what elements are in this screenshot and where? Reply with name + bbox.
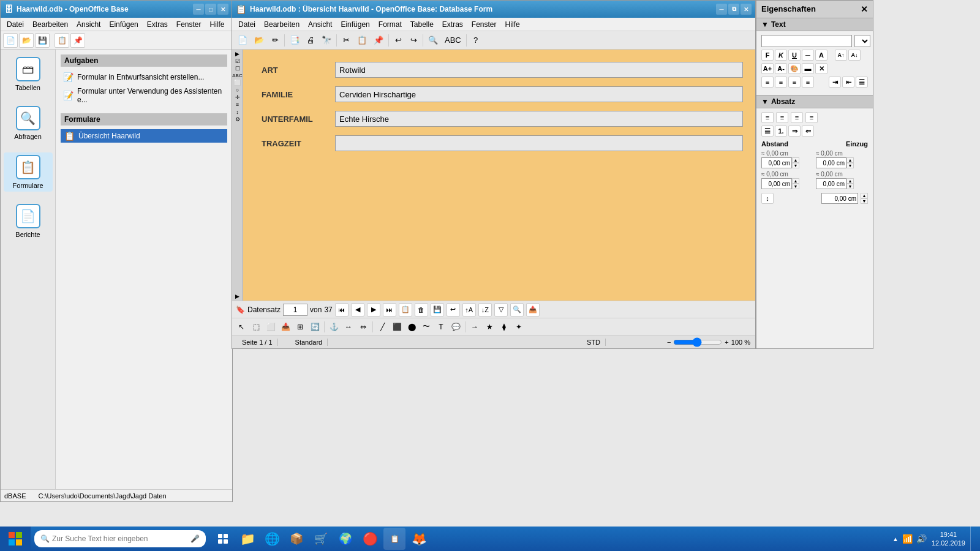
draw-tb-line[interactable]: ╱ xyxy=(375,320,389,334)
form-restore-btn[interactable]: ⧉ xyxy=(728,4,739,15)
nav-new-btn[interactable]: 📋 xyxy=(399,303,412,317)
absatz-align-right[interactable]: ≡ xyxy=(791,112,803,123)
show-desktop-btn[interactable] xyxy=(970,527,974,551)
search-input[interactable] xyxy=(52,534,190,543)
base-maximize-btn[interactable]: □ xyxy=(205,4,216,15)
draw-tb-callout[interactable]: 💬 xyxy=(449,320,462,334)
absatz-list-btn[interactable]: ☰ xyxy=(761,126,774,137)
draw-tb-insert[interactable]: 📥 xyxy=(279,320,292,334)
props-font-input[interactable] xyxy=(761,35,852,47)
draw-tb-align[interactable]: ↔ xyxy=(342,320,355,334)
spacing-above-up[interactable]: ▲ xyxy=(792,157,799,163)
draw-tb-table[interactable]: ⊞ xyxy=(293,320,307,334)
base-tb-new[interactable]: 📄 xyxy=(3,33,18,48)
familie-field[interactable] xyxy=(335,86,743,102)
taskview-btn[interactable] xyxy=(212,528,234,550)
base-menu-datei[interactable]: Datei xyxy=(3,19,28,30)
base-close-btn[interactable]: ✕ xyxy=(217,4,228,15)
draw-tb-rect[interactable]: ⬛ xyxy=(390,320,404,334)
einzug-right-dn[interactable]: ▼ xyxy=(846,184,854,189)
base-menu-ansicht[interactable]: Ansicht xyxy=(73,19,104,30)
zoom-minus-icon[interactable]: − xyxy=(667,339,671,346)
linespacing-dn[interactable]: ▼ xyxy=(861,198,868,204)
form-tb-print[interactable]: 🖨 xyxy=(303,33,318,48)
spacing-above-dn[interactable]: ▼ xyxy=(792,163,799,168)
draw-tb-text[interactable]: T xyxy=(434,320,448,334)
ruler-scroll-btn[interactable]: ↕ xyxy=(236,109,239,115)
ruler-gear-btn[interactable]: ⚙ xyxy=(235,116,240,122)
spacing-above-input[interactable] xyxy=(761,157,792,168)
spacing-below-input[interactable] xyxy=(761,178,792,189)
absatz-align-center[interactable]: ≡ xyxy=(776,112,788,123)
base-tb-save[interactable]: 💾 xyxy=(35,33,50,48)
fmt-clear-btn[interactable]: ✕ xyxy=(815,63,827,74)
ruler-arrow-btn[interactable]: ▶ xyxy=(235,51,239,57)
draw-tb-flow[interactable]: ⧫ xyxy=(497,320,511,334)
base-menu-hilfe[interactable]: Hilfe xyxy=(206,19,228,30)
base-tb-copy[interactable]: 📋 xyxy=(55,33,69,48)
art-field[interactable] xyxy=(335,62,743,78)
form-tb-preview[interactable]: 🔭 xyxy=(318,33,334,48)
systray-up-btn[interactable]: ▲ xyxy=(892,536,899,542)
taskbar-opera[interactable]: 🔴 xyxy=(359,528,381,550)
clock[interactable]: 19:41 12.02.2019 xyxy=(932,530,965,548)
nav-play-btn[interactable]: ▶ xyxy=(367,303,380,317)
align-list-btn[interactable]: ☰ xyxy=(856,77,868,88)
search-bar[interactable]: 🔍 🎤 xyxy=(34,530,206,547)
form-minimize-btn[interactable]: ─ xyxy=(716,4,727,15)
form-menu-datei[interactable]: Datei xyxy=(235,19,259,30)
linespacing-btn[interactable]: ↕ xyxy=(761,193,774,204)
base-menu-fenster[interactable]: Fenster xyxy=(173,19,205,30)
base-menu-einfuegen[interactable]: Einfügen xyxy=(105,19,141,30)
form-menu-format[interactable]: Format xyxy=(375,19,405,30)
fmt-letter-btn[interactable]: A xyxy=(815,50,827,61)
form-tb-help[interactable]: ? xyxy=(469,33,483,48)
base-menu-bearbeiten[interactable]: Bearbeiten xyxy=(29,19,72,30)
ruler-cross-btn[interactable]: ✛ xyxy=(235,94,240,100)
zoom-slider[interactable] xyxy=(673,337,722,347)
draw-tb-oval[interactable]: ⬤ xyxy=(405,320,418,334)
einzug-left-dn[interactable]: ▼ xyxy=(846,163,854,168)
taskbar-dropbox[interactable]: 📦 xyxy=(285,528,307,550)
einzug-left-up[interactable]: ▲ xyxy=(846,157,854,163)
ruler-list-btn[interactable]: ≡ xyxy=(236,102,239,108)
fmt-highlight-btn[interactable]: ▬ xyxy=(802,63,814,74)
absatz-indent-right-btn[interactable]: ⇒ xyxy=(788,126,801,137)
draw-tb-text-box[interactable]: ⬜ xyxy=(264,320,277,334)
form-tb-paste[interactable]: 📌 xyxy=(371,33,386,48)
unterfamil-field[interactable] xyxy=(335,111,743,127)
form-item-uebersicht[interactable]: 📋 Übersicht Haarwild xyxy=(61,129,227,143)
search-voice-icon[interactable]: 🎤 xyxy=(190,534,200,543)
draw-tb-distribute[interactable]: ⇔ xyxy=(356,320,370,334)
nav-sort-asc-btn[interactable]: ↑A xyxy=(462,303,476,317)
nav-save-btn[interactable]: 💾 xyxy=(431,303,444,317)
ruler-circle-btn[interactable]: ○ xyxy=(236,87,239,93)
taskbar-fox[interactable]: 🦊 xyxy=(408,528,430,550)
draw-tb-arrow-line[interactable]: → xyxy=(468,320,481,334)
fmt-bold-btn[interactable]: F xyxy=(761,50,774,61)
form-tb-cut[interactable]: ✂ xyxy=(339,33,353,48)
einzug-right-input[interactable] xyxy=(816,178,846,189)
form-menu-hilfe[interactable]: Hilfe xyxy=(502,19,524,30)
form-menu-einfuegen[interactable]: Einfügen xyxy=(337,19,373,30)
form-tb-spell[interactable]: ABC xyxy=(442,33,464,48)
draw-tb-freeform[interactable]: 〜 xyxy=(420,320,433,334)
linespacing-up[interactable]: ▲ xyxy=(861,193,868,198)
form-tb-copy[interactable]: 📋 xyxy=(354,33,370,48)
form-tb-undo[interactable]: ↩ xyxy=(391,33,405,48)
absatz-num-btn[interactable]: 1. xyxy=(775,126,787,137)
sidebar-item-tabellen[interactable]: 🗃 Tabellen xyxy=(4,54,53,94)
align-left-btn[interactable]: ≡ xyxy=(761,77,774,88)
nav-current-input[interactable] xyxy=(283,304,307,316)
ruler-check2-btn[interactable]: ☐ xyxy=(235,66,240,72)
draw-tb-special[interactable]: ✦ xyxy=(512,320,526,334)
base-tb-open[interactable]: 📂 xyxy=(19,33,34,48)
draw-tb-star[interactable]: ★ xyxy=(483,320,496,334)
form-tb-find[interactable]: 🔍 xyxy=(425,33,441,48)
nav-export-btn[interactable]: 📤 xyxy=(526,303,540,317)
form-menu-fenster[interactable]: Fenster xyxy=(468,19,500,30)
ruler-check-btn[interactable]: ☑ xyxy=(235,58,240,64)
taskbar-amazon[interactable]: 🛒 xyxy=(310,528,332,550)
props-fontsize-select[interactable] xyxy=(854,35,870,47)
linespacing-input[interactable] xyxy=(821,193,858,204)
